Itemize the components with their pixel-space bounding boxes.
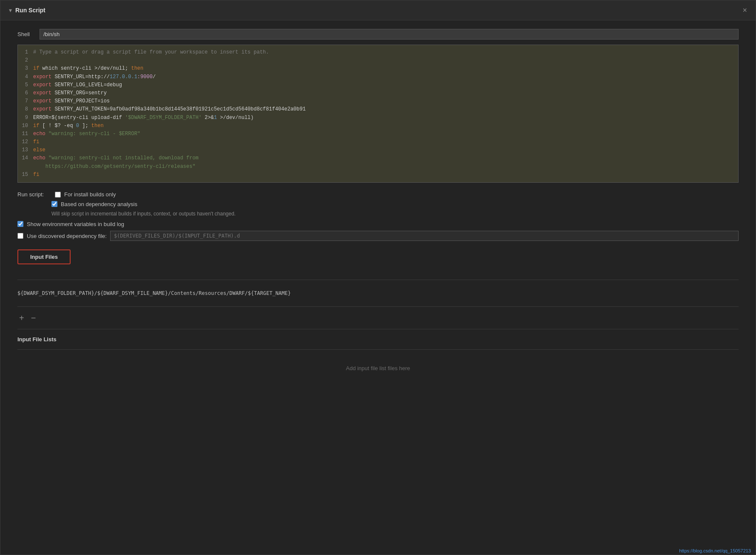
close-icon[interactable]: × <box>742 6 747 14</box>
shell-row: Shell <box>17 29 739 40</box>
run-script-label: Run script: <box>17 191 51 198</box>
panel-title: Run Script <box>15 7 45 14</box>
code-line-13: 13 else <box>18 146 738 154</box>
for-install-checkbox[interactable] <box>55 192 61 198</box>
run-script-panel: ▾ Run Script × Shell 1 # Type a script o… <box>0 0 756 555</box>
remove-input-file-button[interactable]: − <box>29 314 38 322</box>
code-line-10: 10 if [ ! $? -eq 0 ]; then <box>18 122 738 130</box>
shell-label: Shell <box>17 31 34 37</box>
title-row: ▾ Run Script <box>9 7 45 14</box>
panel-header: ▾ Run Script × <box>0 0 756 20</box>
input-file-lists-title: Input File Lists <box>17 336 739 343</box>
for-install-label: For install builds only <box>64 191 116 198</box>
dep-file-input[interactable] <box>110 231 739 241</box>
code-line-7: 7 export SENTRY_PROJECT=ios <box>18 97 738 105</box>
show-env-vars-label: Show environment variables in build log <box>27 221 124 227</box>
show-env-vars-row: Show environment variables in build log <box>17 221 739 227</box>
dependency-hint: Will skip script in incremental builds i… <box>51 211 739 217</box>
section-divider-4 <box>17 349 739 350</box>
show-env-vars-checkbox[interactable] <box>17 221 23 227</box>
input-file-path: ${DWARF_DSYM_FOLDER_PATH}/${DWARF_DSYM_F… <box>17 287 739 300</box>
code-line-6: 6 export SENTRY_ORG=sentry <box>18 89 738 97</box>
code-line-15: 15 fi <box>18 171 738 179</box>
code-line-9: 9 ERROR=$(sentry-cli upload-dif '$DWARF_… <box>18 114 738 122</box>
code-line-5: 5 export SENTRY_LOG_LEVEL=debug <box>18 81 738 89</box>
chevron-down-icon[interactable]: ▾ <box>9 7 12 14</box>
shell-input[interactable] <box>40 29 739 40</box>
add-remove-row: + − <box>17 314 739 322</box>
code-line-8: 8 export SENTRY_AUTH_TOKEN=9afb0adf98a34… <box>18 105 738 113</box>
section-divider-1 <box>17 280 739 280</box>
section-divider-2 <box>17 306 739 307</box>
code-line-12: 12 fi <box>18 138 738 146</box>
add-file-list-hint: Add input file list files here <box>17 357 739 380</box>
status-bar-url[interactable]: https://blog.csdn.net/qq_15057213 <box>674 547 756 555</box>
dep-file-checkbox[interactable] <box>17 233 23 239</box>
code-editor[interactable]: 1 # Type a script or drag a script file … <box>17 45 739 183</box>
section-divider-3 <box>17 329 739 329</box>
dep-file-label: Use discovered dependency file: <box>27 233 107 239</box>
dependency-analysis-label: Based on dependency analysis <box>61 201 137 207</box>
code-line-1: 1 # Type a script or drag a script file … <box>18 48 738 57</box>
code-line-11: 11 echo "warning: sentry-cli - $ERROR" <box>18 130 738 138</box>
input-files-tab-button[interactable]: Input Files <box>17 249 71 264</box>
for-install-builds-row: For install builds only <box>55 191 116 198</box>
code-line-4: 4 export SENTRY_URL=http://127.0.0.1:900… <box>18 73 738 81</box>
dependency-analysis-row: Based on dependency analysis <box>51 201 739 207</box>
code-line-14: 14 echo "warning: sentry-cli not install… <box>18 154 738 170</box>
options-section: Run script: For install builds only Base… <box>17 191 739 241</box>
dep-file-row: Use discovered dependency file: <box>17 231 739 241</box>
code-line-2: 2 <box>18 57 738 65</box>
content-area: Shell 1 # Type a script or drag a script… <box>0 20 756 397</box>
run-script-option-row: Run script: For install builds only <box>17 191 739 198</box>
code-line-3: 3 if which sentry-cli >/dev/null; then <box>18 65 738 73</box>
add-input-file-button[interactable]: + <box>17 314 26 322</box>
dependency-analysis-checkbox[interactable] <box>51 201 57 207</box>
